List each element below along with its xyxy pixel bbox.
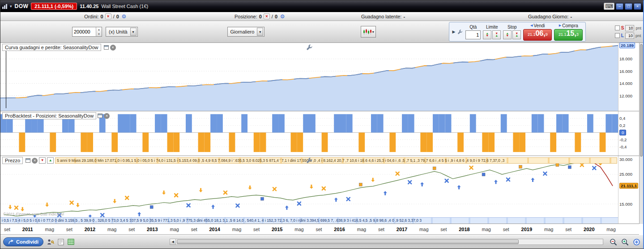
price-pane[interactable]: Prezzo × ▼ ▲ 5 anni 9 Mass 29.188,0 Min … — [0, 156, 639, 224]
buy-header: Compra — [562, 23, 578, 28]
detach-window-icon[interactable] — [104, 45, 109, 50]
equity-plot[interactable]: Curva guadagni e perdite: SeasonalityDow… — [0, 43, 618, 111]
stop-points-unit: pnt — [635, 26, 641, 30]
cancel-orders-icon[interactable]: × — [105, 13, 111, 19]
bottom-toolbar: Condividi ◀ — [0, 235, 643, 249]
x-axis-label: mag — [232, 227, 241, 232]
y-axis-tick: 16.000 — [619, 69, 632, 74]
buy-button[interactable]: 21.115,3 — [554, 29, 583, 41]
position-settings-icon[interactable]: ⚙ — [279, 13, 286, 19]
orders-settings-icon[interactable]: ⚙ — [121, 13, 127, 19]
day-gain-label: Guadagno Giorno: — [528, 14, 569, 19]
quantity-spinner[interactable]: ▴▾ — [96, 27, 102, 36]
equity-pane[interactable]: Curva guadagni e perdite: SeasonalityDow… — [0, 43, 639, 111]
x-axis-label: 2011 — [22, 227, 33, 232]
sell-column: ◀Vendi 21.106,9 — [523, 23, 552, 41]
x-axis: set2011magset2012magset2013magset2014mag… — [0, 224, 639, 235]
close-pane-icon[interactable]: × — [104, 113, 110, 119]
stop-points-input[interactable] — [625, 25, 634, 31]
limit-points-unit: pnt — [635, 34, 641, 38]
timeframe-select-value: Giornaliero — [230, 29, 255, 34]
latent-gain-value: - — [403, 14, 405, 19]
position-info: Posizione: 0 × / 0 ⚙ — [211, 13, 309, 19]
share-icon — [8, 239, 14, 245]
detach-window-icon[interactable] — [98, 114, 102, 118]
instrument-dropdown-caret[interactable]: ▾ — [10, 4, 12, 8]
charts-area: Curva guadagni e perdite: SeasonalityDow… — [0, 43, 643, 235]
sell-stop-button[interactable]: ▼▲ — [512, 30, 521, 39]
close-position-icon[interactable]: × — [264, 13, 270, 19]
chevron-down-icon[interactable]: ▾ — [130, 28, 136, 36]
x-axis-label: mag — [482, 227, 491, 232]
watermark: ©2011-Finanza.com Dati indicativi — [3, 212, 64, 216]
chevron-down-icon[interactable]: ▾ — [257, 28, 263, 36]
collapse-panel-icon[interactable]: ▶ — [452, 30, 455, 34]
minimize-button[interactable]: – — [616, 3, 623, 10]
position-slash: / — [272, 14, 273, 19]
equity-y-axis: 18.00016.00014.00012.00020.189 — [618, 43, 639, 111]
x-axis-label: set — [253, 227, 260, 232]
x-axis-label: set — [191, 227, 197, 232]
wrench-icon[interactable] — [457, 29, 463, 35]
news-icon[interactable] — [58, 239, 64, 245]
sell-button[interactable]: 21.106,9 — [523, 29, 552, 41]
user-key-icon[interactable] — [47, 239, 54, 245]
position-pending-count: 0 — [275, 14, 277, 19]
unit-select[interactable]: (x) Unità ▾ — [106, 27, 138, 37]
zoom-controls — [610, 238, 640, 246]
zoom-in-icon[interactable] — [621, 238, 629, 246]
y-axis-tick: 14.000 — [619, 81, 632, 86]
price-plot[interactable]: Prezzo × ▼ ▲ 5 anni 9 Mass 29.188,0 Min … — [0, 156, 618, 224]
up-arrow-icon: ▲ — [515, 35, 518, 37]
chart-type-button[interactable]: ▾ — [361, 26, 376, 38]
orders-slash: / — [113, 14, 115, 19]
table-icon[interactable] — [68, 239, 74, 245]
limit-column: Limite ▲▼ ▼▲ — [483, 25, 501, 39]
limit-checkbox[interactable] — [615, 33, 620, 38]
stop-checkbox[interactable] — [615, 25, 620, 30]
x-axis-label: set — [565, 227, 571, 232]
scroll-left-icon[interactable]: ◀ — [170, 239, 176, 245]
x-axis-label: mag — [544, 227, 553, 232]
share-button[interactable]: Condividi — [3, 237, 43, 246]
x-axis-label: set — [378, 227, 384, 232]
orders-label: Ordini: — [84, 14, 98, 19]
maximize-button[interactable]: □ — [625, 3, 632, 10]
sell-limit-button[interactable]: ▼▲ — [492, 30, 501, 39]
instrument-symbol[interactable]: DOW — [15, 3, 29, 9]
x-axis-label: 2014 — [209, 227, 220, 232]
x-axis-label: set — [4, 227, 10, 232]
horizontal-scrollbar[interactable]: ◀ — [170, 239, 603, 245]
positions-pane[interactable]: ProBacktest - Posizioni: SeasonalityDow … — [0, 111, 639, 156]
zoom-selection-icon[interactable] — [633, 238, 640, 246]
quantity-input[interactable] — [73, 27, 96, 36]
titlebar: ▾ DOW 21.111,1 (-0,59%) 11.40.25 Wall St… — [0, 0, 643, 12]
y-axis-tick: 0,2 — [619, 123, 625, 128]
volume-icon[interactable] — [2, 4, 7, 9]
order-qty-input[interactable] — [465, 30, 481, 39]
y-axis-tick: 30.000 — [619, 157, 632, 162]
sort-caret-icon: ▶ — [559, 24, 561, 27]
timeframe-select[interactable]: Giornaliero ▾ — [227, 27, 265, 37]
buy-price-big: 15, — [566, 30, 576, 38]
x-axis-label: mag — [419, 227, 428, 232]
horizontal-scrollbar-thumb[interactable] — [177, 240, 519, 244]
buy-stop-button[interactable]: ▲▼ — [503, 30, 512, 39]
close-button[interactable]: × — [634, 3, 641, 10]
keyboard-icon[interactable]: ⌨ — [604, 3, 614, 10]
vertical-scrollbar[interactable] — [639, 43, 643, 224]
latent-gain-label: Guadagno latente: — [361, 14, 402, 19]
share-label: Condividi — [16, 239, 38, 245]
sell-price-prefix: 21.1 — [528, 32, 536, 37]
limit-points-input[interactable] — [625, 33, 634, 39]
buy-limit-button[interactable]: ▲▼ — [483, 30, 491, 39]
x-axis-label: mag — [357, 227, 366, 232]
limit-letter: L — [621, 33, 624, 38]
vertical-scrollbar-thumb[interactable] — [640, 44, 643, 156]
stop-column: Stop ▲▼ ▼▲ — [503, 25, 521, 39]
zoom-out-icon[interactable] — [610, 238, 617, 246]
current-value-badge: 20.189 — [619, 42, 635, 48]
positions-plot[interactable]: ProBacktest - Posizioni: SeasonalityDow … — [0, 111, 618, 156]
detach-window-icon[interactable] — [26, 158, 30, 163]
stop-letter: S — [621, 25, 624, 30]
